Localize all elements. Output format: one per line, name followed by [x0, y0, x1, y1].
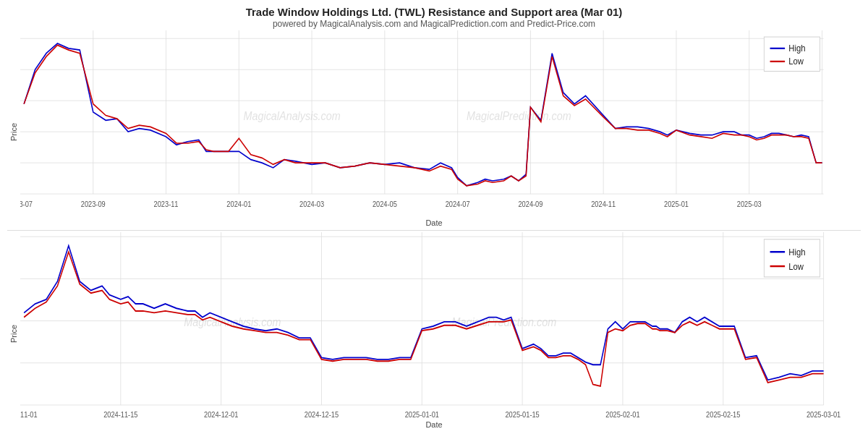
- svg-text:High: High: [788, 247, 805, 258]
- svg-text:2023-07: 2023-07: [20, 200, 33, 209]
- svg-text:2024-11-15: 2024-11-15: [103, 410, 138, 419]
- svg-text:MagicalPrediction.com: MagicalPrediction.com: [467, 110, 571, 123]
- chart1-y-label: Price: [7, 30, 20, 218]
- svg-text:MagicalAnalysis.com: MagicalAnalysis.com: [243, 110, 340, 123]
- chart2-wrapper: Price: [7, 232, 861, 430]
- chart1-wrapper: Price: [7, 30, 861, 229]
- chart1-x-label: Date: [7, 218, 861, 229]
- svg-rect-0: [20, 30, 861, 202]
- chart2-svg: 0.26 0.24 0.22 0.20 0.18 2024-11-01 2024…: [20, 232, 861, 420]
- svg-text:2024-03: 2024-03: [299, 200, 324, 209]
- svg-text:Low: Low: [788, 56, 804, 67]
- main-title: Trade Window Holdings Ltd. (TWL) Resista…: [7, 6, 861, 18]
- svg-text:2025-01: 2025-01: [664, 200, 689, 209]
- title-section: Trade Window Holdings Ltd. (TWL) Resista…: [7, 6, 861, 29]
- svg-text:2025-03-01: 2025-03-01: [807, 410, 841, 419]
- svg-text:2024-11: 2024-11: [591, 200, 616, 209]
- charts-container: Price: [7, 30, 861, 430]
- svg-text:2025-02-15: 2025-02-15: [706, 410, 741, 419]
- main-container: Trade Window Holdings Ltd. (TWL) Resista…: [0, 0, 868, 434]
- chart-divider: [7, 230, 861, 231]
- svg-rect-42: [20, 232, 861, 407]
- svg-text:2024-12-15: 2024-12-15: [305, 410, 339, 419]
- subtitle: powered by MagicalAnalysis.com and Magic…: [7, 19, 861, 29]
- svg-text:2024-01: 2024-01: [226, 200, 251, 209]
- svg-text:2023-11: 2023-11: [154, 200, 179, 209]
- chart1-inner: 0.40 0.35 0.30 0.25 0.20 0.15 2023-07 20…: [20, 30, 861, 218]
- chart2-area: Price: [7, 232, 861, 420]
- svg-text:2025-02-01: 2025-02-01: [605, 410, 640, 419]
- svg-text:2025-01-01: 2025-01-01: [405, 410, 440, 419]
- svg-text:High: High: [788, 43, 805, 54]
- svg-text:2024-05: 2024-05: [373, 200, 397, 209]
- svg-text:2024-12-01: 2024-12-01: [204, 410, 239, 419]
- svg-text:2023-09: 2023-09: [81, 200, 106, 209]
- svg-text:2024-11-01: 2024-11-01: [20, 410, 38, 419]
- chart2-x-label: Date: [7, 420, 861, 430]
- svg-text:2025-01-15: 2025-01-15: [505, 410, 540, 419]
- chart2-inner: 0.26 0.24 0.22 0.20 0.18 2024-11-01 2024…: [20, 232, 861, 420]
- svg-text:Low: Low: [788, 261, 804, 272]
- chart2-y-label: Price: [7, 232, 20, 420]
- chart1-svg: 0.40 0.35 0.30 0.25 0.20 0.15 2023-07 20…: [20, 30, 861, 218]
- chart1-area: Price: [7, 30, 861, 218]
- svg-text:2024-09: 2024-09: [518, 200, 542, 209]
- svg-text:2024-07: 2024-07: [446, 200, 470, 209]
- svg-text:2025-03: 2025-03: [737, 200, 762, 209]
